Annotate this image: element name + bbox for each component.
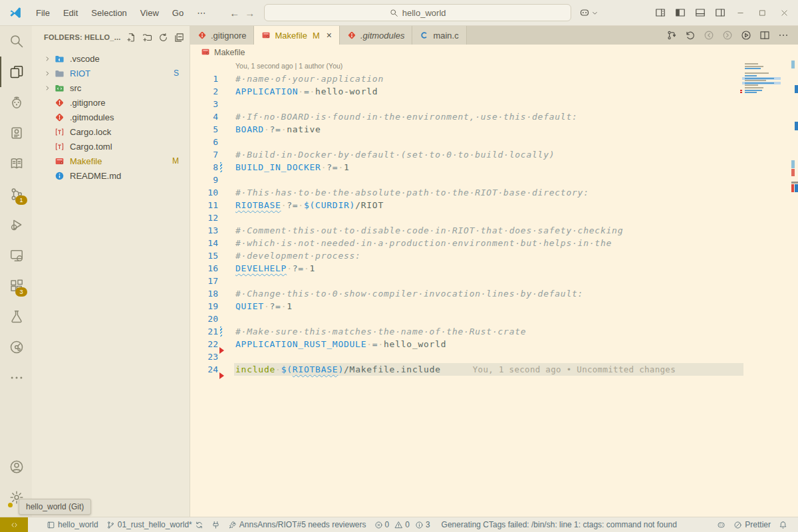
status-branch[interactable]: 01_rust_hello_world*	[102, 517, 207, 532]
customize-layout-icon[interactable]	[655, 7, 666, 18]
code-line-9[interactable]: 9	[190, 174, 798, 186]
line-number[interactable]: 20	[190, 314, 218, 324]
remote-indicator[interactable]	[0, 517, 28, 532]
line-number[interactable]: 14	[190, 238, 218, 248]
activity-run-debug-button[interactable]	[0, 209, 32, 240]
forward-button[interactable]: →	[245, 7, 255, 19]
code-line-22[interactable]: 22APPLICATION_RUST_MODULE·=·hello_world	[190, 338, 798, 350]
line-number[interactable]: 10	[190, 188, 218, 198]
tab-mainc[interactable]: main.c	[412, 26, 466, 45]
tree-item-vscode[interactable]: .vscode	[32, 51, 190, 66]
line-number[interactable]: 15	[190, 251, 218, 261]
line-number[interactable]: 19	[190, 301, 218, 311]
tab-gitmodules[interactable]: .gitmodules	[340, 26, 412, 45]
activity-remote-explorer-button[interactable]	[0, 240, 32, 271]
tree-item-cargotoml[interactable]: Cargo.toml	[32, 139, 190, 154]
code-line-19[interactable]: 19QUIET·?=·1	[190, 300, 798, 313]
status-ports[interactable]	[207, 517, 224, 532]
menu-edit[interactable]: Edit	[58, 5, 83, 21]
line-number[interactable]: 2	[190, 86, 218, 96]
tree-item-src[interactable]: src	[32, 80, 190, 95]
activity-more-tools-button[interactable]	[0, 362, 32, 393]
refresh-icon[interactable]	[158, 33, 168, 43]
tab-gitignore[interactable]: .gitignore	[190, 26, 254, 45]
activity-search-button[interactable]	[0, 26, 32, 57]
code-line-7[interactable]: 7#·Build·in·Docker·by·default·(set·to·0·…	[190, 148, 798, 161]
code-line-15[interactable]: 15#·development·process:	[190, 249, 798, 262]
menu-go[interactable]: Go	[167, 5, 189, 21]
split-editor-icon[interactable]	[759, 30, 770, 41]
tree-item-gitignore[interactable]: .gitignore	[32, 95, 190, 110]
toggle-secondary-sidebar-icon[interactable]	[715, 7, 726, 18]
compare-changes-icon[interactable]	[666, 30, 677, 41]
code-line-12[interactable]: 12	[190, 211, 798, 224]
code-line-14[interactable]: 14#·which·is·not·needed·in·a·production·…	[190, 237, 798, 249]
tree-item-readmemd[interactable]: README.md	[32, 168, 190, 183]
toggle-panel-icon[interactable]	[695, 7, 706, 18]
line-number[interactable]: 17	[190, 276, 218, 286]
activity-berry-button[interactable]	[0, 87, 32, 118]
maximize-icon[interactable]	[758, 9, 767, 17]
activity-account-button[interactable]	[0, 452, 32, 482]
tree-item-makefile[interactable]: MakefileM	[32, 154, 190, 168]
new-folder-icon[interactable]	[142, 33, 152, 43]
activity-board-button[interactable]	[0, 118, 32, 148]
status-bell[interactable]	[775, 517, 791, 532]
status-repo[interactable]: hello_world	[43, 517, 102, 532]
code-line-4[interactable]: 4#·If·no·BOARD·is·found·in·the·environme…	[190, 110, 798, 123]
code-line-11[interactable]: 11RIOTBASE·?=·$(CURDIR)/RIOT	[190, 199, 798, 211]
new-file-icon[interactable]	[126, 33, 136, 43]
copilot-menu-button[interactable]	[579, 7, 598, 18]
activity-testing-button[interactable]	[0, 301, 32, 332]
run-icon[interactable]	[741, 30, 751, 41]
line-number[interactable]: 6	[190, 137, 218, 147]
minimap[interactable]	[745, 61, 779, 98]
toggle-primary-sidebar-icon[interactable]	[675, 7, 686, 18]
activity-book-button[interactable]	[0, 148, 32, 179]
line-number[interactable]: 24	[190, 364, 218, 374]
line-number[interactable]: 11	[190, 200, 218, 210]
code-line-1[interactable]: 1#·name·of·your·application	[190, 72, 798, 85]
code-line-16[interactable]: 16DEVELHELP·?=·1	[190, 262, 798, 275]
status-slash-circle[interactable]: Prettier	[730, 517, 775, 532]
line-number[interactable]: 1	[190, 74, 218, 84]
close-icon[interactable]	[780, 9, 789, 17]
tree-item-gitmodules[interactable]: .gitmodules	[32, 110, 190, 124]
status-copilot[interactable]	[713, 517, 730, 532]
code-line-20[interactable]: 20	[190, 313, 798, 325]
discard-icon[interactable]	[685, 30, 696, 41]
code-line-3[interactable]: 3	[190, 98, 798, 110]
line-number[interactable]: 4	[190, 112, 218, 122]
code-line-8[interactable]: 8BUILD_IN_DOCKER·?=·1	[190, 161, 798, 174]
line-number[interactable]: 13	[190, 225, 218, 235]
code-editor[interactable]: You, 1 second ago | 1 author (You) 1#·na…	[190, 61, 798, 517]
problems-status[interactable]: 003	[370, 517, 438, 532]
breadcrumb[interactable]: Makefile	[190, 45, 798, 61]
tree-item-riot[interactable]: RIOTS	[32, 66, 190, 80]
command-center-search[interactable]: hello_world	[264, 4, 571, 21]
tree-item-cargolock[interactable]: Cargo.lock	[32, 124, 190, 139]
activity-commit-graph-button[interactable]	[0, 332, 32, 362]
code-line-2[interactable]: 2APPLICATION·=·hello-world	[190, 85, 798, 98]
menu-file[interactable]: File	[31, 5, 55, 21]
line-number[interactable]: 9	[190, 175, 218, 185]
tab-makefile[interactable]: MakefileM×	[254, 26, 339, 45]
line-number[interactable]: 8	[190, 162, 218, 172]
code-line-5[interactable]: 5BOARD·?=·native	[190, 123, 798, 136]
close-tab-icon[interactable]: ×	[327, 31, 332, 40]
line-number[interactable]: 21	[190, 327, 218, 336]
back-button[interactable]: ←	[229, 7, 239, 19]
code-line-24[interactable]: 24include·$(RIOTBASE)/Makefile.includeYo…	[190, 363, 798, 376]
line-number[interactable]: 18	[190, 289, 218, 299]
activity-extensions-button[interactable]: 3	[0, 271, 32, 301]
codelens[interactable]: You, 1 second ago | 1 author (You)	[235, 62, 342, 70]
line-number[interactable]: 7	[190, 150, 218, 160]
line-number[interactable]: 16	[190, 263, 218, 273]
code-line-6[interactable]: 6	[190, 136, 798, 148]
status-message[interactable]: Generating CTags failed: /bin/sh: line 1…	[438, 517, 681, 532]
code-line-23[interactable]: 23	[190, 350, 798, 363]
status-rocket[interactable]: AnnsAnns/RIOT#5 needs reviewers	[224, 517, 370, 532]
menu-selection[interactable]: Selection	[86, 5, 132, 21]
line-number[interactable]: 5	[190, 124, 218, 134]
line-number[interactable]: 3	[190, 99, 218, 109]
